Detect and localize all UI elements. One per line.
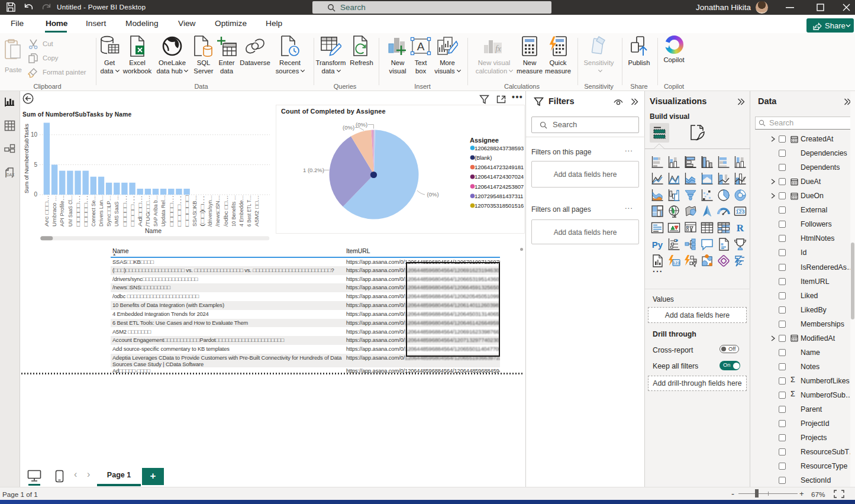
svg-text:Ad□□□…: Ad□□□…	[137, 195, 143, 227]
svg-text:Py: Py	[651, 240, 663, 250]
svg-text:4 Embedde…: 4 Embedde…	[238, 195, 244, 227]
svg-text:fx: fx	[495, 44, 502, 53]
svg-text:R: R	[736, 222, 744, 234]
svg-text:□□□□□: □□□□□	[184, 195, 190, 227]
svg-text:10 Benefits …: 10 Benefits …	[231, 195, 237, 227]
svg-text:(Blank): (Blank)	[475, 154, 492, 161]
svg-text:□□□□…: □□□□…	[176, 195, 182, 227]
svg-text:1207295481437311: 1207295481437311	[475, 193, 523, 199]
svg-text:API Profile…: API Profile…	[59, 195, 65, 227]
svg-text:1207035318501516: 1207035318501516	[475, 202, 524, 209]
svg-text:/odbc □□…: /odbc □□…	[223, 195, 229, 227]
svg-text:SSAS□KB…: SSAS□KB…	[192, 195, 198, 227]
svg-text:SAP Ariba b…: SAP Ariba b…	[153, 195, 159, 227]
svg-text:1 (0.2%): 1 (0.2%)	[303, 167, 324, 173]
svg-text:(0%): (0%)	[427, 191, 439, 198]
svg-text:UM SaaS Cl…: UM SaaS Cl…	[67, 195, 73, 227]
svg-text:123: 123	[672, 260, 680, 266]
svg-text:Umbraco …: Umbraco …	[51, 195, 57, 227]
svg-text:□□□□□…: □□□□□…	[75, 195, 81, 227]
svg-text:A: A	[417, 40, 425, 53]
svg-text:/drivers/syn…: /drivers/syn…	[207, 195, 213, 227]
svg-text:10: 10	[31, 131, 38, 138]
svg-text:□□□□□…: □□□□□…	[169, 195, 175, 227]
svg-text:Drivers Lan…: Drivers Lan…	[98, 195, 104, 227]
svg-text:/TUG□□□…: /TUG□□□…	[145, 195, 151, 227]
svg-text:Sync□□LP…: Sync□□LP…	[106, 195, 112, 227]
svg-text:□□□□…: □□□□…	[130, 195, 135, 227]
svg-text:Sum of NumberofSubTasks by Nam: Sum of NumberofSubTasks by Name	[22, 111, 131, 118]
svg-text:Updata Rel…: Updata Rel…	[160, 195, 166, 227]
svg-text:1206414724253807: 1206414724253807	[475, 183, 524, 190]
svg-text:1206414724307024: 1206414724307024	[475, 173, 524, 180]
svg-text:6 Best ETL T…: 6 Best ETL T…	[246, 195, 252, 227]
svg-text:A5M2 □□…: A5M2 □□…	[254, 195, 260, 227]
svg-text:(0%): (0%)	[356, 121, 367, 128]
svg-text:UMS SaaS …: UMS SaaS …	[114, 195, 120, 227]
svg-text:1206414723249181: 1206414723249181	[475, 164, 524, 170]
svg-text:(0%): (0%)	[343, 124, 354, 131]
svg-text:□□□□□…: □□□□□…	[83, 195, 89, 227]
svg-text:1206288243738593: 1206288243738593	[475, 145, 524, 151]
svg-text:Arc □□□…: Arc □□□…	[44, 195, 50, 227]
svg-text:DAX: DAX	[7, 173, 15, 177]
svg-text:□□□□□…: □□□□□…	[122, 195, 128, 227]
svg-text:Count of Completed by Assignee: Count of Completed by Assignee	[281, 108, 386, 115]
svg-text:Sum of NumberofSubTasks: Sum of NumberofSubTasks	[23, 124, 30, 193]
svg-text:Connect Se…: Connect Se…	[91, 195, 96, 227]
svg-text:5: 5	[34, 161, 37, 168]
svg-text:/news□SN…: /news□SN…	[215, 195, 221, 227]
svg-text:(□□)□…: (□□)□…	[199, 195, 205, 227]
svg-text:Assignee: Assignee	[470, 137, 499, 144]
svg-text:Name: Name	[145, 227, 162, 234]
svg-text:0: 0	[34, 191, 37, 198]
